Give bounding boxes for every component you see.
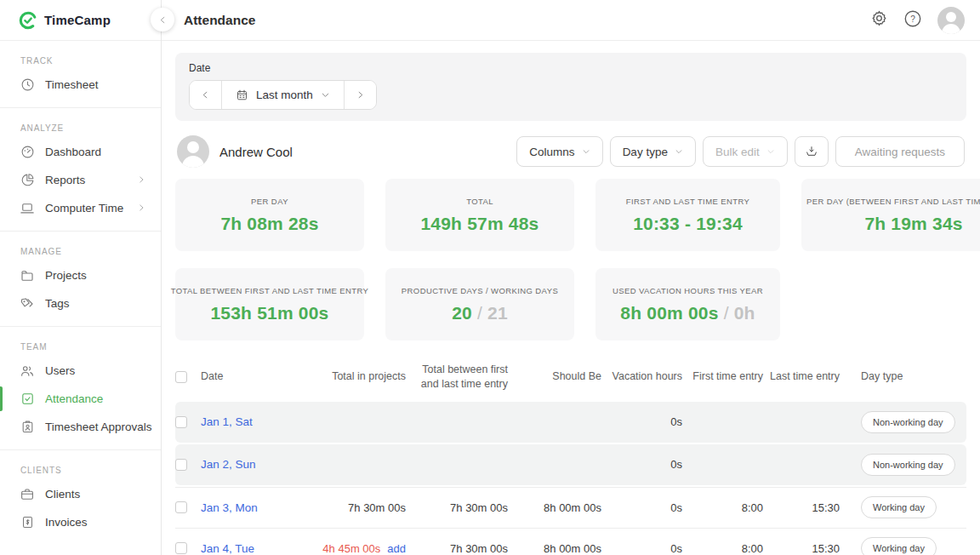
chevron-right-icon (137, 202, 145, 215)
sidebar-section-team: TEAM Users Attendance Timesheet Approval… (0, 326, 161, 449)
date-filter-panel: Date Last month (175, 53, 966, 121)
table-header-row: Date Total in projects Total between fir… (175, 358, 966, 402)
sidebar-section-clients: CLIENTS Clients Invoices (0, 449, 161, 545)
row-checkbox[interactable] (175, 416, 187, 428)
row-checkbox[interactable] (175, 501, 187, 513)
sidebar-item-users[interactable]: Users (0, 357, 161, 385)
date-link[interactable]: Jan 4, Tue (201, 542, 308, 555)
date-range-dropdown[interactable]: Last month (221, 81, 344, 109)
cell-vacation-hours: 0s (601, 501, 682, 514)
section-label-analyze: ANALYZE (0, 122, 161, 138)
app-window: TimeCamp TRACK Timesheet ANALYZE Dashboa… (0, 0, 980, 555)
cell-last-time-entry: 15:30 (763, 542, 840, 555)
sidebar: TimeCamp TRACK Timesheet ANALYZE Dashboa… (0, 0, 162, 555)
user-avatar[interactable] (937, 7, 965, 34)
date-filter-label: Date (189, 62, 953, 74)
sidebar-item-label: Clients (45, 488, 80, 501)
sidebar-item-timesheet-approvals[interactable]: Timesheet Approvals (0, 413, 161, 441)
sidebar-item-clients[interactable]: Clients (0, 480, 161, 508)
day-type-badge[interactable]: Working day (861, 496, 937, 518)
date-link[interactable]: Jan 2, Sun (201, 458, 308, 471)
section-label-team: TEAM (0, 340, 161, 357)
employee-avatar (177, 135, 209, 168)
user-row: Andrew Cool Columns Day type Bulk edit (177, 135, 965, 168)
clipboard-person-icon (20, 420, 35, 435)
settings-gear-icon[interactable] (870, 9, 888, 31)
stat-total: TOTAL 149h 57m 48s (385, 179, 574, 251)
stat-productive-days: PRODUCTIVE DAYS / WORKING DAYS 20 / 21 (385, 268, 574, 340)
sidebar-item-computer-time[interactable]: Computer Time (0, 194, 161, 222)
cell-total-in-projects: 7h 30m 00s (308, 501, 406, 514)
help-icon[interactable]: ? (903, 9, 922, 31)
users-icon (20, 363, 35, 379)
date-range-control: Last month (189, 80, 377, 110)
cell-last-time-entry: 15:30 (763, 501, 840, 514)
sidebar-item-attendance[interactable]: Attendance (0, 385, 161, 413)
checked-box-icon (20, 392, 35, 407)
export-button[interactable] (795, 136, 829, 167)
sidebar-item-label: Timesheet Approvals (45, 421, 152, 433)
date-link[interactable]: Jan 3, Mon (201, 501, 308, 514)
stat-value: 20 / 21 (452, 303, 508, 323)
sidebar-item-label: Dashboard (45, 146, 101, 158)
day-type-badge[interactable]: Non-working day (861, 454, 955, 476)
top-bar: Attendance ? (162, 0, 980, 41)
day-type-badge[interactable]: Working day (861, 537, 937, 555)
cell-vacation-hours: 0s (601, 542, 682, 555)
stat-label: FIRST AND LAST TIME ENTRY (626, 197, 750, 206)
sidebar-item-projects[interactable]: Projects (0, 261, 161, 289)
brand-logo[interactable]: TimeCamp (0, 0, 161, 41)
date-range-value: Last month (256, 89, 313, 101)
stat-label: PER DAY (251, 197, 288, 206)
sidebar-section-manage: MANAGE Projects Tags (0, 231, 161, 326)
columns-dropdown[interactable]: Columns (516, 136, 602, 167)
cell-total-in-projects: 4h 45m 00s (322, 542, 380, 555)
cell-total-between: 7h 30m 00s (406, 501, 508, 514)
col-header-vacation-hours: Vacation hours (601, 369, 682, 384)
sidebar-collapse-button[interactable] (151, 8, 174, 31)
day-type-dropdown[interactable]: Day type (610, 136, 696, 167)
awaiting-requests-button[interactable]: Awaiting requests (835, 136, 965, 167)
prev-period-button[interactable] (190, 81, 221, 109)
sidebar-item-label: Projects (45, 269, 87, 282)
day-type-badge[interactable]: Non-working day (861, 411, 955, 433)
next-period-button[interactable] (344, 81, 376, 109)
sidebar-item-label: Users (45, 364, 75, 377)
stat-value: 8h 00m 00s / 0h (620, 303, 755, 323)
sidebar-item-invoices[interactable]: Invoices (0, 508, 161, 536)
stat-label: USED VACATION HOURS THIS YEAR (612, 286, 763, 295)
stat-value: 7h 08m 28s (220, 214, 318, 234)
row-checkbox[interactable] (175, 459, 187, 471)
date-link[interactable]: Jan 1, Sat (201, 415, 308, 428)
table-row: Jan 4, Tue 4h 45m 00s add 7h 30m 00s 8h … (175, 528, 966, 555)
table-row: Jan 2, Sun 0s Non-working day (175, 444, 966, 485)
table-row: Jan 3, Mon 7h 30m 00s 7h 30m 00s 8h 00m … (175, 487, 966, 528)
cell-first-time-entry: 8:00 (682, 501, 763, 514)
sidebar-item-reports[interactable]: Reports (0, 166, 161, 194)
cell-should-be: 8h 00m 00s (508, 501, 601, 514)
bulk-edit-dropdown[interactable]: Bulk edit (703, 136, 788, 167)
cell-should-be: 8h 00m 00s (508, 542, 601, 555)
col-header-first-time-entry: First time entry (682, 369, 763, 384)
invoice-icon (20, 515, 35, 530)
sidebar-section-track: TRACK Timesheet (0, 41, 161, 107)
section-label-track: TRACK (0, 54, 161, 71)
col-header-last-time-entry: Last time entry (763, 369, 840, 384)
tags-icon (20, 296, 35, 312)
sidebar-item-timesheet[interactable]: Timesheet (0, 71, 161, 99)
table-row: Jan 1, Sat 0s Non-working day (175, 402, 966, 443)
sidebar-section-analyze: ANALYZE Dashboard Reports (0, 107, 161, 231)
sidebar-item-dashboard[interactable]: Dashboard (0, 138, 161, 166)
stat-per-day: PER DAY 7h 08m 28s (175, 179, 364, 251)
chevron-down-icon (582, 147, 590, 156)
stats-row-1: PER DAY 7h 08m 28s TOTAL 149h 57m 48s FI… (175, 179, 966, 251)
cell-vacation-hours: 0s (601, 415, 682, 428)
main-area: Attendance ? Date (162, 0, 980, 555)
sidebar-item-tags[interactable]: Tags (0, 289, 161, 318)
brand-name: TimeCamp (44, 13, 111, 27)
select-all-checkbox[interactable] (175, 371, 187, 383)
laptop-icon (20, 201, 35, 216)
section-label-manage: MANAGE (0, 245, 161, 261)
add-time-link[interactable]: add (387, 542, 406, 555)
row-checkbox[interactable] (175, 542, 187, 554)
